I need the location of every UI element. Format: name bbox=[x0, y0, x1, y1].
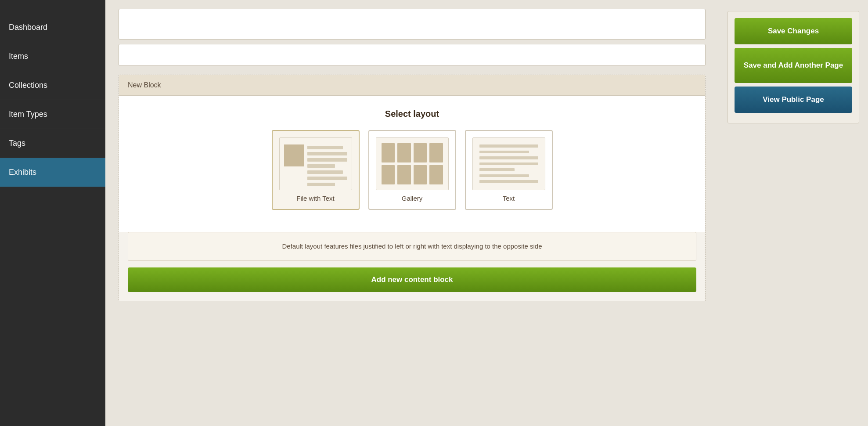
sidebar-item-tags[interactable]: Tags bbox=[0, 129, 105, 158]
layout-option-gallery[interactable]: Gallery bbox=[368, 130, 456, 210]
text-label: Text bbox=[503, 195, 515, 202]
new-block-header: New Block bbox=[119, 75, 705, 96]
gallery-preview bbox=[376, 137, 449, 190]
save-add-another-button[interactable]: Save and Add Another Page bbox=[735, 48, 852, 83]
file-with-text-preview bbox=[279, 137, 352, 190]
layout-option-file-with-text[interactable]: File with Text bbox=[272, 130, 360, 210]
text-preview bbox=[472, 137, 545, 190]
view-public-page-button[interactable]: View Public Page bbox=[735, 87, 852, 113]
layout-options: File with Text bbox=[128, 130, 696, 210]
sidebar-item-items[interactable]: Items bbox=[0, 42, 105, 71]
block-container: New Block Select layout bbox=[119, 75, 706, 301]
select-layout-title: Select layout bbox=[128, 109, 696, 119]
layout-section: Select layout bbox=[119, 96, 705, 232]
gallery-label: Gallery bbox=[402, 195, 423, 202]
file-with-text-image-icon bbox=[284, 144, 304, 166]
layout-description: Default layout features files justified … bbox=[128, 232, 696, 261]
top-input-area-2 bbox=[119, 44, 706, 66]
file-with-text-lines bbox=[307, 142, 347, 186]
save-changes-button[interactable]: Save Changes bbox=[735, 18, 852, 44]
right-panel: Save Changes Save and Add Another Page V… bbox=[719, 0, 868, 426]
sidebar: Dashboard Items Collections Item Types T… bbox=[0, 0, 105, 426]
actions-panel: Save Changes Save and Add Another Page V… bbox=[728, 11, 859, 123]
sidebar-item-exhibits[interactable]: Exhibits bbox=[0, 158, 105, 187]
sidebar-item-collections[interactable]: Collections bbox=[0, 71, 105, 100]
add-block-button[interactable]: Add new content block bbox=[128, 267, 696, 292]
sidebar-item-dashboard[interactable]: Dashboard bbox=[0, 13, 105, 42]
layout-option-text[interactable]: Text bbox=[465, 130, 553, 210]
sidebar-item-item-types[interactable]: Item Types bbox=[0, 100, 105, 129]
top-input-area-1 bbox=[119, 9, 706, 40]
file-with-text-label: File with Text bbox=[296, 195, 334, 202]
main-content: New Block Select layout bbox=[105, 0, 719, 426]
